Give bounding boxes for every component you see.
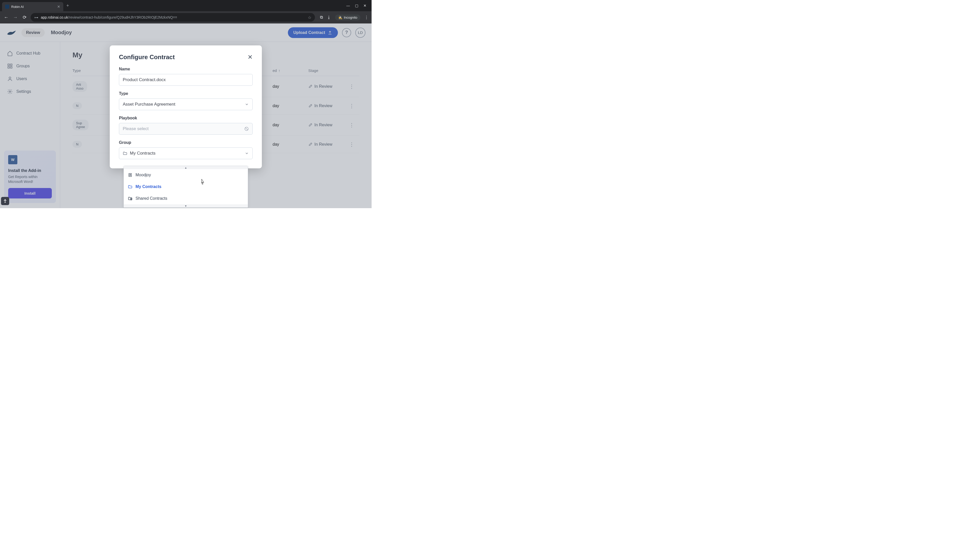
svg-point-8 — [130, 174, 130, 175]
downloads-icon[interactable]: ⭳ — [327, 15, 331, 20]
type-select[interactable]: Asset Purchase Agreement — [119, 98, 253, 110]
configure-contract-modal: Configure Contract ✕ Name Type Asset Pur… — [110, 45, 262, 168]
name-input[interactable] — [119, 74, 253, 86]
type-value: Asset Purchase Agreement — [123, 102, 175, 107]
url-text: app.robinai.co.uk/review/contract-hub/co… — [41, 15, 177, 19]
incognito-badge[interactable]: 🕵 Incognito — [335, 14, 360, 21]
group-label: Group — [119, 140, 253, 145]
org-icon — [128, 173, 132, 177]
accessibility-badge[interactable] — [1, 197, 9, 205]
dropdown-scroll-down[interactable]: ▼ — [124, 204, 248, 207]
url-bar[interactable]: ⊶ app.robinai.co.uk/review/contract-hub/… — [30, 13, 315, 22]
incognito-label: Incognito — [344, 16, 357, 19]
incognito-icon: 🕵 — [338, 16, 342, 19]
close-window-icon[interactable]: ✕ — [363, 3, 366, 8]
dropdown-option-label: My Contracts — [135, 184, 161, 189]
minimize-icon[interactable]: — — [346, 3, 350, 8]
back-button[interactable]: ← — [3, 15, 9, 20]
browser-chrome: Robin AI ✕ + — ▢ ✕ ← → ⟳ ⊶ app.robinai.c… — [0, 0, 372, 24]
dropdown-scroll-up[interactable]: ▲ — [124, 166, 248, 169]
group-value: My Contracts — [130, 151, 156, 156]
accessibility-icon — [3, 199, 7, 203]
dropdown-option[interactable]: Shared Contracts — [124, 192, 248, 204]
disabled-icon — [244, 127, 249, 131]
group-dropdown: ▲ Moodjoy My Contracts Shared Contracts … — [124, 166, 248, 208]
browser-tab[interactable]: Robin AI ✕ — [2, 2, 63, 11]
folder-icon — [123, 151, 127, 156]
extensions-icon[interactable]: ⧉ — [320, 15, 323, 20]
tab-title: Robin AI — [11, 5, 55, 9]
dropdown-option-label: Moodjoy — [135, 173, 151, 177]
tab-close-icon[interactable]: ✕ — [57, 5, 60, 9]
maximize-icon[interactable]: ▢ — [355, 3, 358, 8]
dropdown-option[interactable]: Moodjoy — [124, 169, 248, 181]
site-info-icon[interactable]: ⊶ — [34, 15, 38, 20]
folder-icon — [128, 184, 132, 189]
playbook-label: Playbook — [119, 116, 253, 121]
dropdown-option[interactable]: My Contracts — [124, 181, 248, 192]
new-tab-button[interactable]: + — [66, 3, 69, 8]
tab-favicon — [5, 5, 9, 9]
svg-point-10 — [5, 199, 6, 200]
forward-button[interactable]: → — [12, 15, 18, 20]
playbook-select: Please select — [119, 123, 253, 135]
dropdown-option-label: Shared Contracts — [135, 196, 167, 201]
menu-icon[interactable]: ⋮ — [364, 15, 369, 20]
playbook-placeholder: Please select — [123, 126, 148, 131]
bookmark-icon[interactable]: ☆ — [308, 15, 311, 20]
window-controls: — ▢ ✕ — [346, 3, 369, 8]
reload-button[interactable]: ⟳ — [21, 14, 27, 20]
modal-close-button[interactable]: ✕ — [248, 54, 253, 61]
address-bar: ← → ⟳ ⊶ app.robinai.co.uk/review/contrac… — [0, 11, 372, 24]
chevron-down-icon — [245, 102, 249, 106]
chevron-down-icon — [245, 151, 249, 156]
shared-icon — [128, 196, 132, 201]
modal-title: Configure Contract — [119, 54, 175, 61]
tab-bar: Robin AI ✕ + — ▢ ✕ — [0, 0, 372, 11]
group-select[interactable]: My Contracts — [119, 148, 253, 159]
type-label: Type — [119, 91, 253, 96]
name-label: Name — [119, 67, 253, 71]
